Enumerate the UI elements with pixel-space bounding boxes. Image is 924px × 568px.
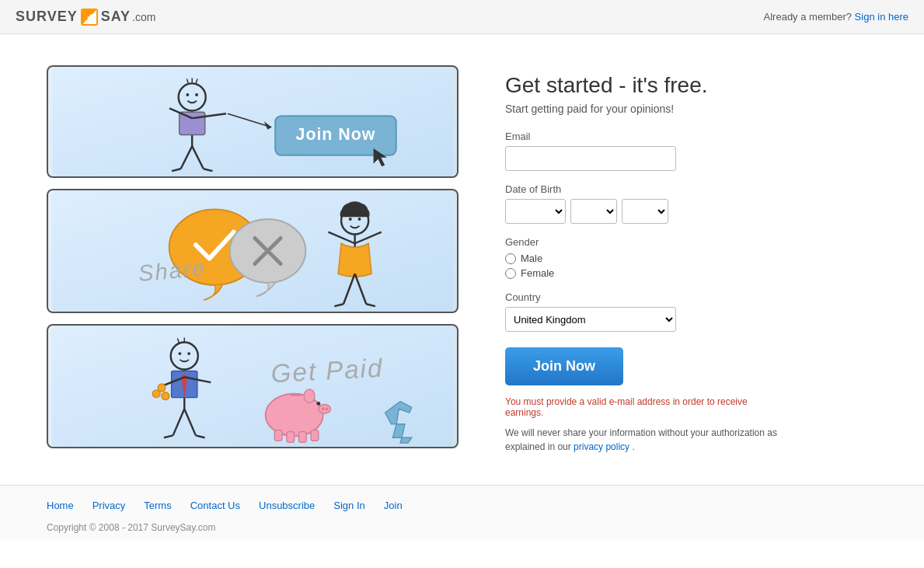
country-label: Country <box>505 291 877 303</box>
footer-link-contact[interactable]: Contact Us <box>190 500 240 511</box>
svg-text:Get Paid: Get Paid <box>270 354 384 389</box>
svg-rect-63 <box>287 432 295 443</box>
country-select[interactable]: United Kingdom United States Canada Aust… <box>505 307 676 332</box>
footer-links: Home Privacy Terms Contact Us Unsubscrib… <box>47 500 877 511</box>
svg-point-2 <box>186 93 189 96</box>
footer-link-signin[interactable]: Sign In <box>333 500 364 511</box>
logo-area: SURVEY ✓ SAY .com <box>16 9 155 26</box>
footer-link-unsubscribe[interactable]: Unsubscribe <box>259 500 315 511</box>
svg-text:Join Now: Join Now <box>296 125 376 144</box>
svg-rect-65 <box>311 430 319 441</box>
svg-point-58 <box>322 407 325 410</box>
gender-male-radio[interactable] <box>505 253 516 264</box>
form-panel: Get started - it's free. Start getting p… <box>505 65 877 454</box>
country-group: Country United Kingdom United States Can… <box>505 291 877 332</box>
form-title: Get started - it's free. <box>505 73 877 98</box>
dob-label: Date of Birth <box>505 183 877 195</box>
header: SURVEY ✓ SAY .com Already a member? Sign… <box>0 0 924 34</box>
footer-copyright: Copyright © 2008 - 2017 SurveySay.com <box>47 522 877 533</box>
svg-point-3 <box>195 93 198 96</box>
svg-rect-64 <box>298 432 306 443</box>
logo-com-text: .com <box>132 11 155 23</box>
dob-row: JanFebMarApr MayJunJulAug SepOctNovDec 1… <box>505 199 877 224</box>
email-input[interactable] <box>505 146 676 171</box>
illustration-getpaid: Get Paid <box>47 324 459 448</box>
gender-male-label[interactable]: Male <box>521 253 542 264</box>
gender-female-option: Female <box>505 267 877 279</box>
svg-point-28 <box>358 218 361 221</box>
illustration-join: Join Now <box>47 65 459 178</box>
privacy-policy-link[interactable]: privacy policy <box>574 441 629 452</box>
gender-female-radio[interactable] <box>505 268 516 279</box>
gender-group: Gender Male Female <box>505 236 877 279</box>
privacy-text: We will never share your information wit… <box>505 427 777 452</box>
svg-point-50 <box>162 392 169 400</box>
dob-day-select[interactable]: 12345 678910 <box>570 199 617 224</box>
form-subtitle: Start getting paid for your opinions! <box>505 103 877 115</box>
privacy-notice: We will never share your information wit… <box>505 426 785 454</box>
svg-point-60 <box>316 402 320 406</box>
signin-prompt: Already a member? <box>764 11 852 23</box>
header-signin: Already a member? Sign in here <box>764 11 908 23</box>
main-content: Join Now <box>0 34 924 485</box>
email-group: Email <box>505 131 877 171</box>
dob-group: Date of Birth JanFebMarApr MayJunJulAug … <box>505 183 877 224</box>
footer-link-terms[interactable]: Terms <box>144 500 171 511</box>
signin-link[interactable]: Sign in here <box>855 11 908 23</box>
gender-label: Gender <box>505 236 877 248</box>
logo-icon: ✓ <box>81 9 98 26</box>
join-now-button[interactable]: Join Now <box>505 347 623 385</box>
illustrations-panel: Join Now <box>47 65 459 454</box>
svg-point-39 <box>178 352 181 355</box>
svg-rect-62 <box>274 430 282 441</box>
privacy-end: . <box>632 441 634 452</box>
svg-rect-66 <box>291 394 302 396</box>
illustration-share: Share <box>47 189 459 313</box>
logo-say-text: SAY <box>101 9 131 25</box>
svg-point-27 <box>349 218 352 221</box>
svg-point-61 <box>304 389 315 403</box>
footer-link-join[interactable]: Join <box>384 500 403 511</box>
dob-year-select[interactable]: 1990199119921993 1994199519961997 <box>622 199 668 224</box>
gender-male-option: Male <box>505 253 877 264</box>
footer: Home Privacy Terms Contact Us Unsubscrib… <box>0 485 924 541</box>
email-notice: You must provide a valid e-mail address … <box>505 396 785 418</box>
email-label: Email <box>505 131 877 142</box>
svg-point-49 <box>152 390 160 398</box>
svg-rect-36 <box>52 326 454 447</box>
svg-point-59 <box>326 407 329 410</box>
logo-survey-text: SURVEY <box>16 9 78 25</box>
dob-month-select[interactable]: JanFebMarApr MayJunJulAug SepOctNovDec <box>505 199 566 224</box>
gender-female-label[interactable]: Female <box>521 267 554 279</box>
footer-link-privacy[interactable]: Privacy <box>92 500 126 511</box>
svg-point-40 <box>187 352 190 355</box>
svg-rect-8 <box>180 112 205 134</box>
footer-link-home[interactable]: Home <box>47 500 74 511</box>
